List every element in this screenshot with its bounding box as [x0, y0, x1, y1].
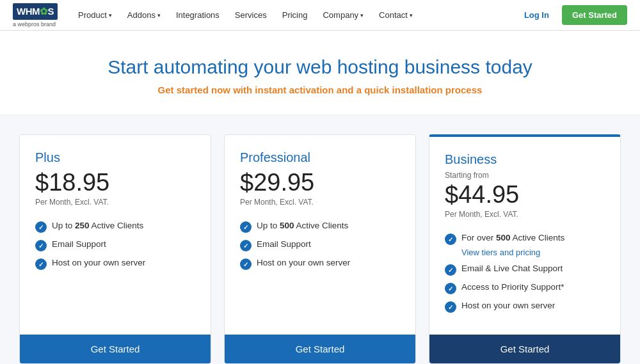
- nav-right: Log In Get Started: [518, 5, 627, 25]
- check-icon: [35, 240, 47, 251]
- check-icon: [240, 258, 252, 270]
- check-icon: [240, 221, 252, 233]
- check-icon: [445, 283, 456, 294]
- view-tiers-item: View tiers and pricing: [445, 248, 605, 257]
- plus-feature-list: Up to 250 Active Clients Email Support H…: [35, 221, 195, 319]
- chevron-down-icon: ▾: [109, 12, 112, 19]
- nav-item-product[interactable]: Product ▾: [70, 0, 120, 31]
- get-started-nav-button[interactable]: Get Started: [562, 5, 627, 25]
- popular-badge: POPULAR: [569, 137, 620, 188]
- list-item: Email Support: [240, 239, 400, 251]
- plus-card-price-note: Per Month, Excl. VAT.: [35, 198, 195, 207]
- nav-item-contact[interactable]: Contact ▾: [371, 0, 420, 31]
- professional-card-title: Professional: [240, 150, 400, 165]
- business-feature-list: For over 500 Active Clients View tiers a…: [445, 233, 605, 319]
- professional-feature-list: Up to 500 Active Clients Email Support H…: [240, 221, 400, 319]
- plus-card: Plus $18.95 Per Month, Excl. VAT. Up to …: [19, 134, 211, 364]
- nav-item-addons[interactable]: Addons ▾: [120, 0, 168, 31]
- business-card: POPULAR Business Starting from $44.95 Pe…: [429, 134, 621, 364]
- logo-star: ✿: [40, 6, 48, 17]
- chevron-down-icon: ▾: [157, 12, 161, 19]
- plus-card-title: Plus: [35, 150, 195, 165]
- logo: WHM✿S: [13, 3, 58, 20]
- view-tiers-link[interactable]: View tiers and pricing: [461, 248, 605, 257]
- hero-subtitle: Get started now with instant activation …: [13, 84, 627, 95]
- chevron-down-icon: ▾: [360, 12, 364, 19]
- professional-card-price: $29.95: [240, 169, 400, 196]
- list-item: Host on your own server: [35, 258, 195, 270]
- check-icon: [240, 240, 252, 251]
- navbar: WHM✿S a webpros brand Product ▾ Addons ▾…: [0, 0, 640, 31]
- professional-card-price-note: Per Month, Excl. VAT.: [240, 198, 400, 207]
- list-item: Email & Live Chat Support: [445, 264, 605, 276]
- hero-highlight: now: [211, 84, 230, 95]
- hero-section: Start automating your web hosting busine…: [0, 31, 640, 115]
- nav-item-pricing[interactable]: Pricing: [275, 0, 316, 31]
- check-icon: [445, 264, 456, 276]
- check-icon: [445, 233, 456, 245]
- plus-get-started-button[interactable]: Get Started: [20, 335, 211, 363]
- popular-badge-label: POPULAR: [593, 137, 620, 144]
- nav-item-company[interactable]: Company ▾: [315, 0, 371, 31]
- plus-card-price: $18.95: [35, 169, 195, 196]
- business-card-price-note: Per Month, Excl. VAT.: [445, 210, 605, 219]
- list-item: Host on your own server: [240, 258, 400, 270]
- nav-item-services[interactable]: Services: [227, 0, 275, 31]
- logo-area: WHM✿S a webpros brand: [13, 3, 58, 28]
- list-item: Access to Priority Support*: [445, 282, 605, 294]
- list-item: Host on your own server: [445, 301, 605, 313]
- check-icon: [35, 221, 47, 233]
- professional-card: Professional $29.95 Per Month, Excl. VAT…: [224, 134, 416, 364]
- nav-item-integrations[interactable]: Integrations: [168, 0, 227, 31]
- business-get-started-button[interactable]: Get Started: [429, 335, 620, 363]
- check-icon: [445, 301, 456, 313]
- pricing-section: Plus $18.95 Per Month, Excl. VAT. Up to …: [0, 115, 640, 364]
- nav-links: Product ▾ Addons ▾ Integrations Services…: [70, 0, 518, 31]
- hero-title: Start automating your web hosting busine…: [13, 56, 627, 78]
- logo-sub: a webpros brand: [13, 21, 56, 28]
- list-item: For over 500 Active Clients: [445, 233, 605, 245]
- professional-get-started-button[interactable]: Get Started: [225, 335, 415, 363]
- login-button[interactable]: Log In: [518, 6, 556, 24]
- check-icon: [35, 258, 47, 270]
- list-item: Up to 500 Active Clients: [240, 221, 400, 233]
- chevron-down-icon: ▾: [410, 12, 413, 19]
- list-item: Email Support: [35, 239, 195, 251]
- list-item: Up to 250 Active Clients: [35, 221, 195, 233]
